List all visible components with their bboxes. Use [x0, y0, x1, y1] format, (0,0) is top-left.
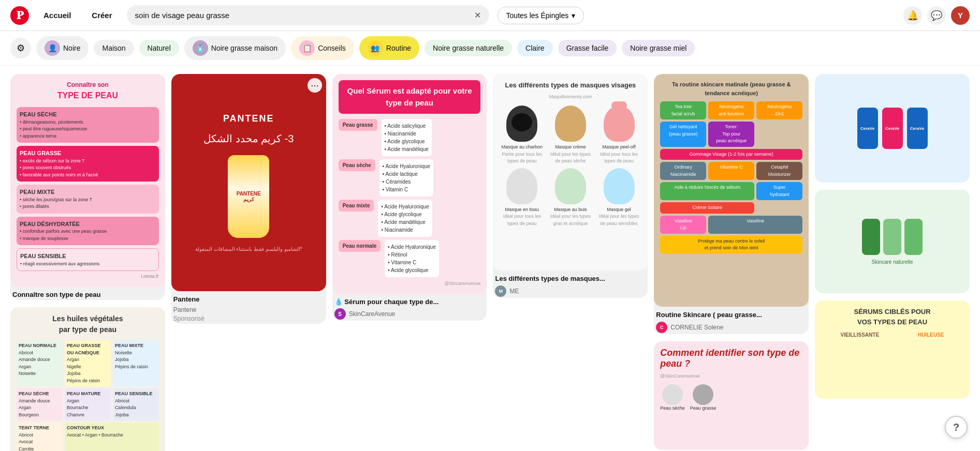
pin5-title: Les différents types de masques...	[495, 275, 605, 282]
pin6-author: C CORNELIE Solene	[656, 322, 807, 333]
nav-creer[interactable]: Créer	[85, 7, 118, 24]
pin6-title: Routine Skincare ( peau grasse...	[656, 311, 762, 319]
pin3-author-name: Pantene	[173, 306, 197, 313]
navbar: 𝐏 Accueil Créer ✕ Toutes les Épingles ▾ …	[0, 0, 980, 31]
pin-pantene[interactable]: PANTENE 3- كريم محدد الشكل PANTENEكريم *…	[171, 74, 326, 324]
chip-maison[interactable]: Maison	[94, 40, 134, 56]
pin8-content: CeraVe CeraVe CeraVe	[849, 99, 936, 157]
pin4-author: S SkinCareAvenue	[334, 308, 485, 320]
pin-skincare-products[interactable]: Skincare naturelle	[815, 190, 970, 293]
pin1-content: Connaître sonTYPE DE PEAU PEAU SÈCHE • d…	[10, 74, 165, 287]
messages-button[interactable]: 💬	[927, 6, 946, 25]
pin3-bottom-text: *الشامبو والبلسم فقط باستثناء المضافات ا…	[195, 246, 302, 252]
pin6-meta: Routine Skincare ( peau grasse... C CORN…	[654, 307, 809, 334]
pin3-title: Pantene	[173, 295, 200, 303]
pinterest-p: 𝐏	[17, 9, 23, 22]
pin-cerave[interactable]: CeraVe CeraVe CeraVe	[815, 74, 970, 183]
pin10-content: SÉRUMS CIBLÉS POURVOS TYPES DE PEAU VIEI…	[815, 300, 970, 345]
pin5-content: Les différents types de masques visages …	[493, 74, 648, 233]
search-input[interactable]	[135, 11, 470, 20]
pin-connaitre-type-peau[interactable]: Connaître sonTYPE DE PEAU PEAU SÈCHE • d…	[10, 74, 165, 300]
chip-noire[interactable]: 👤 Noire	[36, 36, 89, 60]
pinterest-logo[interactable]: 𝐏	[10, 6, 29, 25]
chip-noire-grasse-maison-thumb: 🧴	[193, 40, 208, 56]
filter-label: Toutes les Épingles	[506, 11, 569, 20]
pin7-content: Comment identifier son type de peau ? @S…	[654, 341, 809, 418]
pin-huiles-vegetales[interactable]: Les huiles végétalespar type de peau PEA…	[10, 307, 165, 451]
chip-maison-label: Maison	[102, 44, 125, 52]
chip-claire[interactable]: Claire	[517, 40, 553, 56]
pin2-content: Les huiles végétalespar type de peau PEA…	[10, 307, 165, 451]
notifications-button[interactable]: 🔔	[903, 6, 922, 25]
chip-noire-grasse-maison-label: Noire grasse maison	[211, 44, 277, 52]
chip-routine-label: Routine	[386, 44, 411, 52]
chips-bar: ⚙ 👤 Noire Maison Naturel 🧴 Noire grasse …	[0, 31, 980, 66]
chip-noire-label: Noire	[63, 44, 80, 52]
pin6-content: Ta routine skincare matinale (peau grass…	[654, 74, 809, 260]
help-button[interactable]: ?	[945, 416, 968, 439]
question-mark-icon: ?	[953, 422, 959, 433]
chat-icon: 💬	[931, 10, 942, 21]
search-bar: ✕	[127, 5, 489, 25]
pin3-more-button[interactable]: ⋯	[308, 78, 322, 93]
pin1-meta: Connaître son type de peau	[10, 287, 165, 300]
nav-icons: 🔔 💬 Y	[903, 6, 970, 25]
chip-grasse-facile[interactable]: Grasse facile	[558, 40, 617, 56]
pin5-author-name: ME	[509, 288, 519, 295]
chip-noire-grasse-miel-label: Noire grasse miel	[630, 44, 686, 52]
pin3-author: Pantene	[173, 306, 324, 313]
pin1-title: Connaître son type de peau	[12, 291, 100, 298]
pin-serum-type[interactable]: Quel Sérum est adapté pour votre type de…	[332, 74, 487, 321]
chip-grasse-facile-label: Grasse facile	[566, 44, 609, 52]
user-avatar[interactable]: Y	[951, 6, 970, 25]
bell-icon: 🔔	[907, 10, 918, 21]
chip-conseils-label: Conseils	[318, 44, 346, 52]
settings-chip[interactable]: ⚙	[10, 38, 31, 58]
pin4-meta: 💧 Sérum pour chaque type de... S SkinCar…	[332, 294, 487, 321]
chip-noire-grasse-naturelle-label: Noire grasse naturelle	[433, 44, 504, 52]
pin5-meta: Les différents types de masques... M ME	[493, 270, 648, 298]
pin3-arabic: 3- كريم محدد الشكل	[203, 132, 294, 145]
chip-noire-grasse-miel[interactable]: Noire grasse miel	[622, 40, 695, 56]
pins-grid: Connaître sonTYPE DE PEAU PEAU SÈCHE • d…	[0, 66, 980, 451]
search-clear-icon[interactable]: ✕	[474, 10, 481, 20]
chip-noire-thumb: 👤	[45, 40, 60, 56]
pin4-avatar: S	[334, 308, 346, 320]
chip-conseils[interactable]: 📋 Conseils	[291, 36, 354, 60]
chip-naturel-label: Naturel	[148, 44, 171, 52]
pin3-brand: PANTENE	[223, 113, 274, 124]
pin3-bottle: PANTENEكريم	[228, 155, 269, 238]
pin4-title: 💧 Sérum pour chaque type de...	[334, 298, 439, 306]
chip-claire-label: Claire	[525, 44, 545, 52]
chip-noire-grasse-maison[interactable]: 🧴 Noire grasse maison	[184, 36, 286, 60]
pin9-content: Skincare naturelle	[856, 213, 929, 271]
chip-routine-thumb: 👥	[368, 40, 383, 56]
pin3-sponsored: Sponsorisé	[173, 315, 204, 322]
chip-routine[interactable]: 👥 Routine	[359, 36, 419, 60]
settings-icon: ⚙	[17, 42, 25, 54]
chip-noire-grasse-naturelle[interactable]: Noire grasse naturelle	[425, 40, 512, 56]
pin-routine-skincare[interactable]: Ta routine skincare matinale (peau grass…	[654, 74, 809, 334]
nav-accueil[interactable]: Accueil	[37, 7, 77, 24]
chip-naturel[interactable]: Naturel	[139, 40, 179, 56]
chevron-down-icon: ▾	[572, 11, 575, 20]
pin6-avatar: C	[656, 322, 667, 333]
pin5-author: M ME	[495, 285, 646, 297]
pin-serums-cibles[interactable]: SÉRUMS CIBLÉS POURVOS TYPES DE PEAU VIEI…	[815, 300, 970, 399]
pin4-author-name: SkinCareAvenue	[349, 310, 396, 318]
pin3-meta: Pantene Pantene Sponsorisé	[171, 291, 326, 324]
filter-button[interactable]: Toutes les Épingles ▾	[498, 7, 584, 24]
pin-masques-types[interactable]: Les différents types de masques visages …	[493, 74, 648, 298]
pin4-content: Quel Sérum est adapté pour votre type de…	[332, 74, 487, 294]
pin-identifier-type[interactable]: Comment identifier son type de peau ? @S…	[654, 341, 809, 450]
pin6-author-name: CORNELIE Solene	[670, 324, 723, 331]
pin5-avatar: M	[495, 285, 506, 297]
chip-conseils-thumb: 📋	[299, 40, 315, 56]
